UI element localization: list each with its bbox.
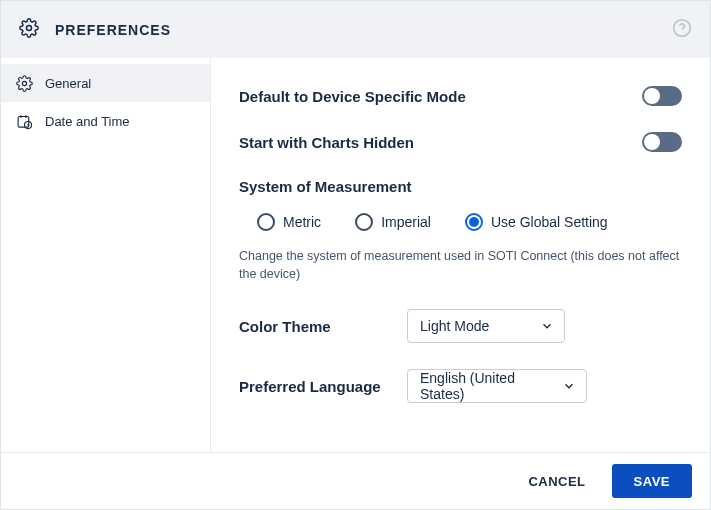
measurement-section-label: System of Measurement	[239, 178, 682, 195]
radio-global[interactable]: Use Global Setting	[465, 213, 608, 231]
chevron-down-icon	[540, 319, 554, 333]
save-button[interactable]: SAVE	[612, 464, 692, 498]
gear-icon	[15, 74, 33, 92]
language-label: Preferred Language	[239, 378, 407, 395]
select-value: Light Mode	[420, 318, 489, 334]
charts-hidden-label: Start with Charts Hidden	[239, 134, 642, 151]
chevron-down-icon	[562, 379, 576, 393]
measurement-radio-group: Metric Imperial Use Global Setting	[239, 213, 682, 231]
sidebar-item-date-time[interactable]: Date and Time	[1, 102, 210, 140]
row-language: Preferred Language English (United State…	[239, 369, 682, 403]
gear-icon	[19, 18, 39, 41]
default-mode-toggle[interactable]	[642, 86, 682, 106]
radio-circle-icon	[257, 213, 275, 231]
help-icon[interactable]	[672, 18, 692, 41]
radio-label: Metric	[283, 214, 321, 230]
color-theme-select[interactable]: Light Mode	[407, 309, 565, 343]
charts-hidden-toggle[interactable]	[642, 132, 682, 152]
row-color-theme: Color Theme Light Mode	[239, 309, 682, 343]
svg-point-0	[27, 26, 32, 31]
sidebar-item-general[interactable]: General	[1, 64, 210, 102]
dialog-footer: CANCEL SAVE	[1, 452, 710, 509]
select-value: English (United States)	[420, 370, 562, 402]
dialog-title: PREFERENCES	[55, 22, 171, 38]
default-mode-label: Default to Device Specific Mode	[239, 88, 642, 105]
preferences-dialog: PREFERENCES General Date and Time Defaul…	[0, 0, 711, 510]
sidebar: General Date and Time	[1, 58, 211, 452]
calendar-clock-icon	[15, 112, 33, 130]
dialog-header: PREFERENCES	[1, 1, 710, 58]
sidebar-item-label: Date and Time	[45, 114, 130, 129]
cancel-button[interactable]: CANCEL	[520, 466, 593, 497]
row-charts-hidden: Start with Charts Hidden	[239, 132, 682, 152]
radio-circle-icon	[355, 213, 373, 231]
svg-point-1	[674, 20, 691, 37]
radio-metric[interactable]: Metric	[257, 213, 321, 231]
radio-label: Use Global Setting	[491, 214, 608, 230]
measurement-help-text: Change the system of measurement used in…	[239, 247, 682, 283]
radio-label: Imperial	[381, 214, 431, 230]
color-theme-label: Color Theme	[239, 318, 407, 335]
dialog-body: General Date and Time Default to Device …	[1, 58, 710, 452]
main-panel: Default to Device Specific Mode Start wi…	[211, 58, 710, 452]
sidebar-item-label: General	[45, 76, 91, 91]
language-select[interactable]: English (United States)	[407, 369, 587, 403]
radio-circle-icon	[465, 213, 483, 231]
svg-point-3	[22, 81, 26, 85]
radio-imperial[interactable]: Imperial	[355, 213, 431, 231]
row-default-mode: Default to Device Specific Mode	[239, 86, 682, 106]
